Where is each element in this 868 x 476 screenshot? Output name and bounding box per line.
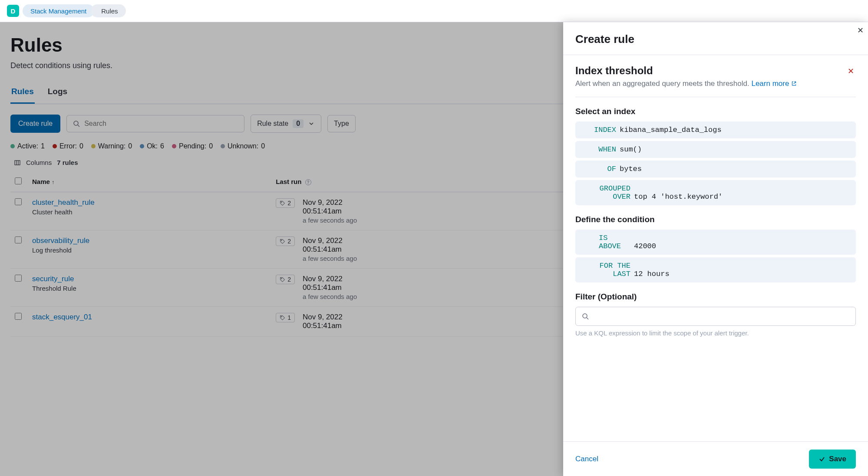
cancel-button[interactable]: Cancel [575,455,598,463]
external-link-icon [791,81,797,86]
expr-when[interactable]: WHENsum() [575,141,856,158]
create-rule-flyout: ✕ Create rule Index threshold Alert when… [563,22,868,476]
expr-for-the-last[interactable]: FOR THE LAST12 hours [575,257,856,282]
remove-rule-type-icon[interactable]: ✕ [846,65,856,78]
define-condition-label: Define the condition [575,215,856,224]
learn-more-link[interactable]: Learn more [751,79,797,88]
filter-hint: Use a KQL expression to limit the scope … [575,329,856,337]
search-icon [582,313,589,320]
check-icon [818,456,825,463]
section-index-threshold-title: Index threshold [575,65,797,77]
filter-label: Filter (Optional) [575,292,856,302]
flyout-title: Create rule [575,33,634,46]
filter-input-wrap[interactable] [575,307,856,326]
expr-of[interactable]: OFbytes [575,161,856,177]
svg-line-10 [587,318,588,319]
expr-grouped-over[interactable]: GROUPED OVERtop 4 'host.keyword' [575,180,856,205]
select-index-label: Select an index [575,107,856,116]
expr-index[interactable]: INDEXkibana_sample_data_logs [575,121,856,138]
filter-input[interactable] [593,312,849,320]
expr-is-above[interactable]: IS ABOVE42000 [575,230,856,255]
breadcrumb-bar: D Stack Management Rules [0,0,868,22]
close-icon[interactable]: ✕ [857,26,864,35]
svg-point-9 [583,314,587,318]
breadcrumb-rules: Rules [91,4,125,17]
save-button[interactable]: Save [809,450,856,469]
app-badge[interactable]: D [7,5,19,17]
breadcrumb-stack-management[interactable]: Stack Management [23,4,94,17]
section-index-threshold-subtitle: Alert when an aggregated query meets the… [575,79,797,88]
